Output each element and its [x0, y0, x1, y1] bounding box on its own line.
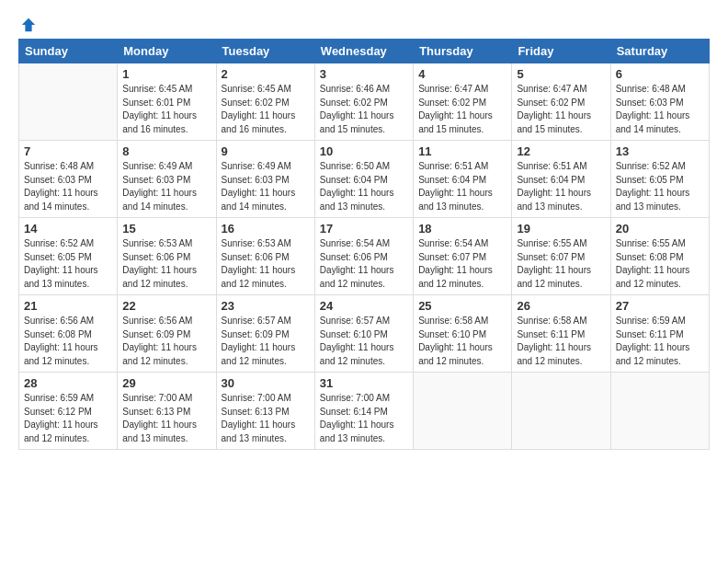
day-info: Sunrise: 6:45 AM Sunset: 6:01 PM Dayligh…	[122, 83, 210, 136]
weekday-header-saturday: Saturday	[610, 40, 709, 63]
day-number: 7	[24, 144, 112, 158]
day-number: 11	[418, 144, 506, 158]
day-number: 21	[24, 299, 112, 313]
day-number: 20	[616, 222, 704, 236]
calendar-cell: 29Sunrise: 7:00 AM Sunset: 6:13 PM Dayli…	[118, 373, 216, 450]
calendar-cell: 9Sunrise: 6:49 AM Sunset: 6:03 PM Daylig…	[216, 141, 314, 218]
day-info: Sunrise: 6:45 AM Sunset: 6:02 PM Dayligh…	[222, 83, 310, 136]
weekday-header-monday: Monday	[118, 40, 216, 63]
day-info: Sunrise: 6:54 AM Sunset: 6:07 PM Dayligh…	[418, 237, 506, 291]
day-info: Sunrise: 6:58 AM Sunset: 6:10 PM Dayligh…	[418, 315, 506, 368]
day-number: 16	[222, 222, 310, 236]
calendar-cell: 5Sunrise: 6:47 AM Sunset: 6:02 PM Daylig…	[512, 63, 610, 141]
day-info: Sunrise: 7:00 AM Sunset: 6:13 PM Dayligh…	[122, 392, 210, 445]
day-number: 29	[122, 376, 210, 390]
logo	[18, 17, 37, 29]
calendar-cell: 13Sunrise: 6:52 AM Sunset: 6:05 PM Dayli…	[610, 141, 709, 218]
calendar-cell: 14Sunrise: 6:52 AM Sunset: 6:05 PM Dayli…	[19, 218, 118, 295]
weekday-header-thursday: Thursday	[414, 40, 512, 63]
day-info: Sunrise: 6:59 AM Sunset: 6:11 PM Dayligh…	[616, 315, 704, 368]
calendar-cell: 30Sunrise: 7:00 AM Sunset: 6:13 PM Dayli…	[216, 373, 314, 450]
calendar-cell: 3Sunrise: 6:46 AM Sunset: 6:02 PM Daylig…	[314, 63, 413, 141]
calendar-cell: 10Sunrise: 6:50 AM Sunset: 6:04 PM Dayli…	[314, 141, 413, 218]
day-info: Sunrise: 6:53 AM Sunset: 6:06 PM Dayligh…	[122, 237, 210, 291]
day-info: Sunrise: 6:59 AM Sunset: 6:12 PM Dayligh…	[24, 392, 112, 445]
day-info: Sunrise: 6:55 AM Sunset: 6:08 PM Dayligh…	[616, 237, 704, 291]
weekday-header-friday: Friday	[512, 40, 610, 63]
calendar-cell: 24Sunrise: 6:57 AM Sunset: 6:10 PM Dayli…	[314, 295, 413, 373]
day-info: Sunrise: 6:50 AM Sunset: 6:04 PM Dayligh…	[320, 160, 408, 213]
day-info: Sunrise: 7:00 AM Sunset: 6:14 PM Dayligh…	[320, 392, 408, 445]
logo-icon	[20, 17, 37, 33]
day-info: Sunrise: 6:52 AM Sunset: 6:05 PM Dayligh…	[24, 237, 112, 291]
day-number: 22	[122, 299, 210, 313]
day-number: 30	[222, 376, 310, 390]
calendar-cell: 20Sunrise: 6:55 AM Sunset: 6:08 PM Dayli…	[610, 218, 709, 295]
day-info: Sunrise: 6:58 AM Sunset: 6:11 PM Dayligh…	[517, 315, 605, 368]
day-number: 25	[418, 299, 506, 313]
calendar-table: SundayMondayTuesdayWednesdayThursdayFrid…	[18, 39, 710, 450]
calendar-cell: 26Sunrise: 6:58 AM Sunset: 6:11 PM Dayli…	[512, 295, 610, 373]
weekday-header-sunday: Sunday	[19, 40, 118, 63]
calendar-cell: 25Sunrise: 6:58 AM Sunset: 6:10 PM Dayli…	[414, 295, 512, 373]
calendar-cell: 18Sunrise: 6:54 AM Sunset: 6:07 PM Dayli…	[414, 218, 512, 295]
day-number: 13	[616, 144, 704, 158]
calendar-cell: 19Sunrise: 6:55 AM Sunset: 6:07 PM Dayli…	[512, 218, 610, 295]
day-info: Sunrise: 6:56 AM Sunset: 6:09 PM Dayligh…	[122, 315, 210, 368]
day-info: Sunrise: 6:52 AM Sunset: 6:05 PM Dayligh…	[616, 160, 704, 213]
day-info: Sunrise: 6:48 AM Sunset: 6:03 PM Dayligh…	[24, 160, 112, 213]
day-info: Sunrise: 6:56 AM Sunset: 6:08 PM Dayligh…	[24, 315, 112, 368]
day-number: 27	[616, 299, 704, 313]
day-info: Sunrise: 6:47 AM Sunset: 6:02 PM Dayligh…	[418, 83, 506, 136]
day-number: 17	[320, 222, 408, 236]
day-info: Sunrise: 6:51 AM Sunset: 6:04 PM Dayligh…	[418, 160, 506, 213]
day-number: 12	[517, 144, 605, 158]
calendar-cell: 16Sunrise: 6:53 AM Sunset: 6:06 PM Dayli…	[216, 218, 314, 295]
calendar-cell: 31Sunrise: 7:00 AM Sunset: 6:14 PM Dayli…	[314, 373, 413, 450]
calendar-cell: 11Sunrise: 6:51 AM Sunset: 6:04 PM Dayli…	[414, 141, 512, 218]
calendar-cell	[19, 63, 118, 141]
day-info: Sunrise: 6:46 AM Sunset: 6:02 PM Dayligh…	[320, 83, 408, 136]
calendar-cell: 4Sunrise: 6:47 AM Sunset: 6:02 PM Daylig…	[414, 63, 512, 141]
weekday-header-tuesday: Tuesday	[216, 40, 314, 63]
day-number: 31	[320, 376, 408, 390]
calendar-cell	[414, 373, 512, 450]
day-number: 1	[122, 67, 210, 81]
day-number: 9	[222, 144, 310, 158]
day-number: 10	[320, 144, 408, 158]
calendar-cell: 1Sunrise: 6:45 AM Sunset: 6:01 PM Daylig…	[118, 63, 216, 141]
day-number: 26	[517, 299, 605, 313]
calendar-cell: 15Sunrise: 6:53 AM Sunset: 6:06 PM Dayli…	[118, 218, 216, 295]
calendar-cell: 23Sunrise: 6:57 AM Sunset: 6:09 PM Dayli…	[216, 295, 314, 373]
day-number: 24	[320, 299, 408, 313]
calendar-cell: 27Sunrise: 6:59 AM Sunset: 6:11 PM Dayli…	[610, 295, 709, 373]
day-info: Sunrise: 6:51 AM Sunset: 6:04 PM Dayligh…	[517, 160, 605, 213]
calendar-cell: 12Sunrise: 6:51 AM Sunset: 6:04 PM Dayli…	[512, 141, 610, 218]
day-number: 8	[122, 144, 210, 158]
day-number: 19	[517, 222, 605, 236]
calendar-cell	[610, 373, 709, 450]
day-number: 15	[122, 222, 210, 236]
day-info: Sunrise: 6:47 AM Sunset: 6:02 PM Dayligh…	[517, 83, 605, 136]
day-info: Sunrise: 6:49 AM Sunset: 6:03 PM Dayligh…	[222, 160, 310, 213]
svg-marker-0	[22, 18, 35, 31]
day-number: 5	[517, 67, 605, 81]
day-number: 28	[24, 376, 112, 390]
page-header	[18, 17, 710, 29]
day-number: 23	[222, 299, 310, 313]
day-info: Sunrise: 6:48 AM Sunset: 6:03 PM Dayligh…	[616, 83, 704, 136]
day-info: Sunrise: 6:55 AM Sunset: 6:07 PM Dayligh…	[517, 237, 605, 291]
calendar-cell: 22Sunrise: 6:56 AM Sunset: 6:09 PM Dayli…	[118, 295, 216, 373]
day-number: 4	[418, 67, 506, 81]
day-number: 2	[222, 67, 310, 81]
calendar-cell: 17Sunrise: 6:54 AM Sunset: 6:06 PM Dayli…	[314, 218, 413, 295]
calendar-cell	[512, 373, 610, 450]
calendar-cell: 8Sunrise: 6:49 AM Sunset: 6:03 PM Daylig…	[118, 141, 216, 218]
day-info: Sunrise: 6:57 AM Sunset: 6:09 PM Dayligh…	[222, 315, 310, 368]
day-number: 3	[320, 67, 408, 81]
calendar-cell: 2Sunrise: 6:45 AM Sunset: 6:02 PM Daylig…	[216, 63, 314, 141]
day-number: 14	[24, 222, 112, 236]
day-info: Sunrise: 7:00 AM Sunset: 6:13 PM Dayligh…	[222, 392, 310, 445]
day-number: 6	[616, 67, 704, 81]
day-info: Sunrise: 6:54 AM Sunset: 6:06 PM Dayligh…	[320, 237, 408, 291]
